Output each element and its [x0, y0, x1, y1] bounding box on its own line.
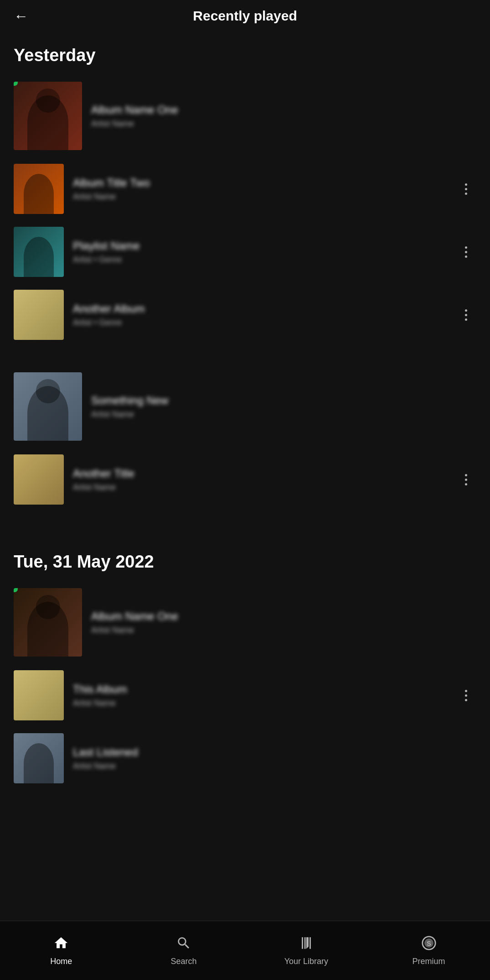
- nav-item-search[interactable]: Search: [123, 935, 245, 966]
- dot: [465, 255, 467, 258]
- section-may2022: Tue, 31 May 2022 Album Name One Artist N…: [0, 538, 490, 799]
- dot: [465, 309, 467, 312]
- track-meta: Artist • Genre: [73, 318, 456, 328]
- dot: [465, 314, 467, 316]
- more-options-button[interactable]: [456, 242, 476, 262]
- list-item[interactable]: This Album Artist Name: [14, 664, 476, 727]
- track-name: Another Title: [73, 467, 456, 480]
- track-meta: Artist Name: [73, 483, 456, 492]
- nav-item-premium[interactable]: S Premium: [367, 935, 490, 966]
- track-info: Album Name One Artist Name: [82, 610, 476, 635]
- dot: [465, 483, 467, 485]
- album-art: [14, 227, 64, 277]
- track-info: Another Title Artist Name: [64, 467, 456, 492]
- premium-icon: S: [421, 935, 437, 954]
- track-meta: Artist Name: [91, 119, 476, 129]
- dot: [465, 690, 467, 692]
- track-meta: Artist Name: [73, 699, 456, 708]
- dot: [465, 193, 467, 195]
- nav-label-premium: Premium: [413, 957, 445, 966]
- dot: [465, 183, 467, 186]
- track-name: Album Name One: [91, 610, 476, 623]
- track-info: Playlist Name Artist • Genre: [64, 240, 456, 265]
- track-name: This Album: [73, 683, 456, 696]
- track-meta: Artist Name: [91, 410, 476, 419]
- track-info: Last Listened Artist Name: [64, 746, 476, 771]
- list-item[interactable]: Another Title Artist Name: [14, 448, 476, 511]
- now-playing-dot: [14, 82, 18, 86]
- track-meta: Artist • Genre: [73, 255, 456, 265]
- list-item[interactable]: Album Name One Artist Name: [14, 74, 476, 157]
- dot: [465, 251, 467, 253]
- more-options-button[interactable]: [456, 305, 476, 325]
- album-art: [14, 372, 82, 441]
- track-meta: Artist Name: [73, 192, 456, 202]
- library-icon: [299, 935, 314, 954]
- album-art: [14, 290, 64, 340]
- dot: [465, 246, 467, 249]
- track-info: This Album Artist Name: [64, 683, 456, 708]
- nav-label-home: Home: [50, 957, 72, 966]
- list-item[interactable]: Another Album Artist • Genre: [14, 283, 476, 346]
- album-art: [14, 164, 64, 214]
- home-icon: [53, 935, 69, 954]
- album-art: [14, 733, 64, 783]
- album-art: [14, 588, 82, 657]
- list-item[interactable]: Album Name One Artist Name: [14, 581, 476, 664]
- list-item[interactable]: Something New Artist Name: [14, 365, 476, 448]
- dot: [465, 318, 467, 321]
- more-options-button[interactable]: [456, 469, 476, 490]
- nav-item-home[interactable]: Home: [0, 935, 123, 966]
- more-options-button[interactable]: [456, 179, 476, 199]
- dot: [465, 694, 467, 697]
- nav-label-search: Search: [171, 957, 197, 966]
- track-info: Something New Artist Name: [82, 394, 476, 419]
- dot: [465, 479, 467, 481]
- list-item[interactable]: Playlist Name Artist • Genre: [14, 220, 476, 283]
- header: ← Recently played: [0, 0, 490, 32]
- search-icon: [176, 935, 191, 954]
- back-button[interactable]: ←: [14, 8, 28, 25]
- track-name: Last Listened: [73, 746, 476, 759]
- list-item[interactable]: Album Title Two Artist Name: [14, 157, 476, 220]
- more-options-button[interactable]: [456, 685, 476, 706]
- page-title: Recently played: [14, 8, 476, 24]
- dot: [465, 474, 467, 476]
- list-item[interactable]: Last Listened Artist Name: [14, 727, 476, 790]
- bottom-nav: Home Search Your Library S Premium: [0, 921, 490, 980]
- section-yesterday: Yesterday Album Name One Artist Name Alb…: [0, 32, 490, 520]
- album-art: [14, 454, 64, 505]
- album-art: [14, 670, 64, 720]
- dot: [465, 699, 467, 701]
- track-info: Another Album Artist • Genre: [64, 302, 456, 328]
- track-name: Album Name One: [91, 104, 476, 116]
- track-name: Another Album: [73, 302, 456, 315]
- section-title-yesterday: Yesterday: [14, 46, 476, 65]
- section-title-may2022: Tue, 31 May 2022: [14, 552, 476, 572]
- nav-label-library: Your Library: [284, 957, 328, 966]
- track-meta: Artist Name: [73, 761, 476, 771]
- now-playing-dot: [14, 588, 18, 592]
- dot: [465, 188, 467, 190]
- album-art: [14, 82, 82, 150]
- svg-text:S: S: [427, 939, 431, 947]
- track-info: Album Title Two Artist Name: [64, 177, 456, 202]
- track-meta: Artist Name: [91, 626, 476, 635]
- track-name: Something New: [91, 394, 476, 407]
- track-name: Album Title Two: [73, 177, 456, 189]
- nav-item-library[interactable]: Your Library: [245, 935, 368, 966]
- track-info: Album Name One Artist Name: [82, 104, 476, 129]
- track-name: Playlist Name: [73, 240, 456, 252]
